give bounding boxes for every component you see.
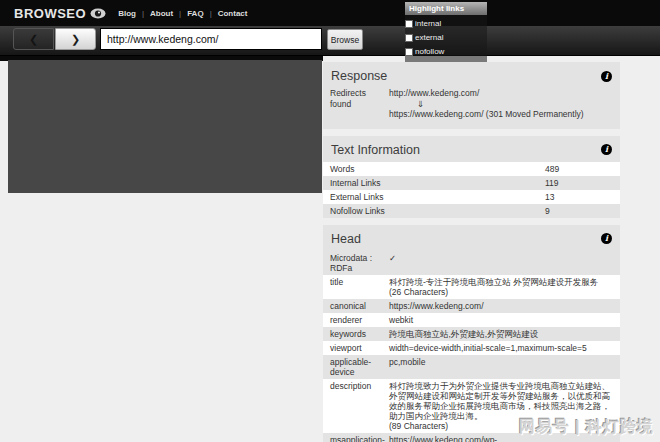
redirect-from-url: http://www.kedeng.com/ (389, 88, 614, 99)
table-row: Words 489 (323, 162, 620, 176)
table-row: Nofollow Links 9 (323, 204, 620, 218)
redirect-chain: http://www.kedeng.com/ ⇓ https://www.ked… (389, 88, 614, 120)
field-label: msapplication-tileimage (323, 434, 389, 442)
url-input[interactable] (100, 28, 322, 50)
field-label: Internal Links (323, 177, 545, 189)
browseo-logo[interactable]: BROWSEO (14, 6, 106, 21)
field-value-text: 科灯跨境致力于为外贸企业提供专业跨境电商独立站建站、外贸网站建设和网站定制开发等… (389, 381, 614, 421)
table-row: title 科灯跨境-专注于跨境电商独立站 外贸网站建设开发服务 (26 Cha… (323, 275, 620, 299)
text-information-section-header: Text Information i (323, 136, 620, 162)
highlight-option[interactable]: external (405, 32, 487, 43)
field-value: pc,mobile (389, 356, 620, 378)
table-row: msapplication-tileimage https://www.kede… (323, 433, 620, 442)
highlight-option-label: internal (415, 19, 441, 28)
field-value: 119 (545, 177, 620, 189)
field-label: Nofollow Links (323, 205, 545, 217)
table-row: renderer webkit (323, 313, 620, 327)
info-icon[interactable]: i (601, 233, 612, 244)
field-label: canonical (323, 300, 389, 312)
table-row: canonical https://www.kedeng.com/ (323, 299, 620, 313)
response-section-header: Response i (323, 62, 620, 88)
back-button[interactable]: ❮ (13, 28, 54, 50)
microdata-checkmark: ✓ (389, 252, 620, 274)
field-value: width=device-width,initial-scale=1,maxim… (389, 342, 620, 354)
field-value: webkit (389, 314, 620, 326)
field-value-text: 跨境电商独立站,外贸建站,外贸网站建设 (389, 329, 614, 339)
field-value: 13 (545, 191, 620, 203)
table-row: keywords 跨境电商独立站,外贸建站,外贸网站建设 (323, 327, 620, 341)
table-row: viewport width=device-width,initial-scal… (323, 341, 620, 355)
field-value: https://www.kedeng.com/wp-content/upload… (389, 434, 620, 442)
table-row: Internal Links 119 (323, 176, 620, 190)
page-preview-pane (0, 56, 323, 442)
field-value: 跨境电商独立站,外贸建站,外贸网站建设 (389, 328, 620, 340)
redirect-arrow-icon: ⇓ (389, 99, 614, 110)
field-label: renderer (323, 314, 389, 326)
header-nav-item: About (136, 9, 173, 18)
field-label: External Links (323, 191, 545, 203)
field-value: 9 (545, 205, 620, 217)
highlight-links-title: Highlight links (405, 2, 487, 15)
seo-info-pane: Response i Redirects found http://www.ke… (323, 56, 620, 442)
header-nav-item: FAQ (173, 9, 204, 18)
forward-button[interactable]: ❯ (55, 28, 96, 50)
section-title: Response (331, 69, 387, 83)
top-header-bar: BROWSEO Blog About FAQ Contact (0, 0, 660, 26)
header-nav-item: Blog (118, 9, 136, 18)
field-label: Words (323, 163, 545, 175)
header-nav-link[interactable]: FAQ (187, 9, 203, 18)
header-nav-item: Contact (204, 9, 248, 18)
redirects-label: Redirects found (323, 88, 389, 120)
head-meta-table: title 科灯跨境-专注于跨境电商独立站 外贸网站建设开发服务 (26 Cha… (323, 275, 620, 442)
redirect-to-url: https://www.kedeng.com/ (301 Moved Perma… (389, 109, 614, 120)
text-information-table: Words 489 Internal Links 119 External Li… (323, 162, 620, 218)
field-value: 科灯跨境-专注于跨境电商独立站 外贸网站建设开发服务 (26 Character… (389, 276, 620, 298)
section-title: Head (331, 232, 361, 246)
highlight-links-panel: Highlight links internal external nofoll… (405, 2, 487, 62)
field-value-text: webkit (389, 315, 614, 325)
field-label: Microdata : RDFa (323, 252, 389, 274)
browse-button[interactable]: Browse (327, 29, 363, 50)
text-information-section: Text Information i Words 489 Internal Li… (323, 136, 620, 218)
field-value-text: pc,mobile (389, 357, 614, 367)
field-label: viewport (323, 342, 389, 354)
browseo-logo-text: BROWSEO (14, 6, 86, 21)
field-value-text: https://www.kedeng.com/ (389, 301, 614, 311)
table-row: External Links 13 (323, 190, 620, 204)
field-value: 科灯跨境致力于为外贸企业提供专业跨境电商独立站建站、外贸网站建设和网站定制开发等… (389, 380, 620, 432)
field-value: https://www.kedeng.com/ (389, 300, 620, 312)
section-title: Text Information (331, 143, 420, 157)
header-nav: Blog About FAQ Contact (118, 9, 247, 18)
highlight-option-label: external (415, 33, 443, 42)
info-icon[interactable]: i (601, 144, 612, 155)
field-value-text: 科灯跨境-专注于跨境电商独立站 外贸网站建设开发服务 (389, 277, 614, 287)
highlight-option-label: nofollow (415, 47, 444, 56)
highlight-option[interactable]: internal (405, 18, 487, 29)
highlight-option[interactable]: nofollow (405, 46, 487, 57)
field-value-text: https://www.kedeng.com/wp-content/upload… (389, 435, 614, 442)
browser-toolbar: ❮ ❯ Browse (0, 26, 660, 56)
header-nav-link[interactable]: Contact (218, 9, 248, 18)
info-icon[interactable]: i (601, 71, 612, 82)
field-value-text: width=device-width,initial-scale=1,maxim… (389, 343, 614, 353)
highlight-links-options: internal external nofollow (405, 15, 487, 62)
eye-icon (90, 8, 106, 19)
checkbox-icon[interactable] (405, 34, 413, 42)
field-label: applicable-device (323, 356, 389, 378)
field-value-note: (89 Characters) (389, 421, 614, 431)
redirects-row: Redirects found http://www.kedeng.com/ ⇓… (323, 88, 620, 129)
field-label: keywords (323, 328, 389, 340)
rendered-page-preview (8, 60, 322, 193)
microdata-row: Microdata : RDFa ✓ (323, 251, 620, 275)
checkbox-icon[interactable] (405, 48, 413, 56)
field-label: description (323, 380, 389, 432)
header-nav-link[interactable]: Blog (118, 9, 136, 18)
head-section-header: Head i (323, 225, 620, 251)
table-row: applicable-device pc,mobile (323, 355, 620, 379)
table-row: description 科灯跨境致力于为外贸企业提供专业跨境电商独立站建站、外贸… (323, 379, 620, 433)
response-section: Response i Redirects found http://www.ke… (323, 62, 620, 129)
checkbox-icon[interactable] (405, 20, 413, 28)
field-value-note: (26 Characters) (389, 287, 614, 297)
header-nav-link[interactable]: About (150, 9, 173, 18)
field-value: 489 (545, 163, 620, 175)
